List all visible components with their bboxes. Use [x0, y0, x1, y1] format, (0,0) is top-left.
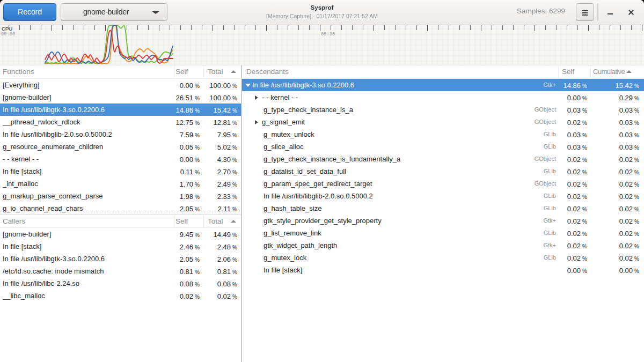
svg-text:CPU: CPU [2, 26, 12, 32]
svg-text:00:00: 00:00 [1, 32, 15, 37]
svg-text:00:30: 00:30 [321, 32, 335, 37]
